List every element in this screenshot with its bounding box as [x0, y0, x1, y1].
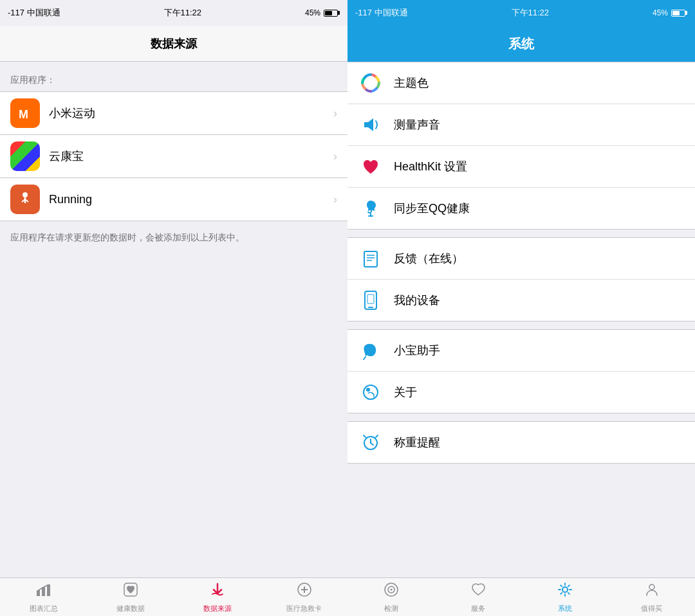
healthkit-label: HealthKit 设置 — [394, 159, 685, 174]
right-battery-icon — [671, 10, 687, 17]
svg-rect-14 — [364, 251, 377, 267]
tab-chart[interactable]: 图表汇总 — [0, 578, 87, 616]
tab-detect[interactable]: 检测 — [348, 578, 434, 616]
xiaomi-chevron: › — [333, 107, 337, 120]
tab-service[interactable]: 服务 — [434, 578, 521, 616]
feedback-icon — [358, 246, 384, 271]
sys-group-2: 反馈（在线） 我的设备 — [348, 237, 695, 322]
running-label: Running — [49, 193, 333, 206]
left-signal: -117 中国联通 — [8, 7, 60, 19]
service-icon — [470, 581, 486, 602]
sys-item-healthkit[interactable]: HealthKit 设置 — [348, 146, 695, 188]
alarm-label: 称重提醒 — [394, 435, 685, 450]
tab-chart-label: 图表汇总 — [30, 604, 58, 613]
list-item-xiaomi[interactable]: M 小米运动 › — [0, 92, 348, 135]
assistant-label: 小宝助手 — [394, 343, 685, 358]
right-panel: -117 中国联通 下午11:22 45% 系统 — [348, 0, 695, 616]
left-battery-pct: 45% — [305, 8, 320, 17]
tab-health[interactable]: 健康数据 — [87, 578, 174, 616]
svg-rect-20 — [367, 294, 374, 303]
healthkit-icon — [358, 154, 384, 179]
about-icon — [358, 379, 384, 405]
sys-item-feedback[interactable]: 反馈（在线） — [348, 238, 695, 280]
tab-system[interactable]: 系统 — [521, 578, 608, 616]
right-battery-pct: 45% — [653, 8, 668, 17]
tab-detect-label: 检测 — [384, 604, 398, 613]
qq-label: 同步至QQ健康 — [394, 201, 685, 216]
svg-point-30 — [562, 587, 568, 592]
system-icon — [557, 581, 573, 602]
sound-icon — [358, 112, 384, 138]
left-section-label: 应用程序： — [0, 62, 348, 91]
alarm-icon — [358, 430, 384, 455]
tab-health-label: 健康数据 — [116, 604, 145, 613]
about-label: 关于 — [394, 385, 685, 400]
svg-text:M: M — [19, 108, 28, 121]
sys-item-device[interactable]: 我的设备 — [348, 280, 695, 321]
left-status-bar: -117 中国联通 下午11:22 45% — [0, 0, 348, 26]
svg-point-31 — [649, 584, 654, 590]
sound-label: 测量声音 — [394, 117, 685, 132]
spacer-3 — [348, 413, 695, 421]
chart-icon — [35, 581, 52, 602]
list-item-yunkang[interactable]: 云康宝 › — [0, 135, 348, 178]
tab-datasource[interactable]: 数据来源 — [174, 578, 261, 616]
tab-jd-label: 值得买 — [641, 604, 662, 613]
sys-item-theme[interactable]: 主题色 — [348, 62, 695, 104]
theme-icon — [358, 70, 384, 96]
sys-item-sound[interactable]: 测量声音 — [348, 104, 695, 146]
right-time: 下午11:22 — [512, 7, 550, 19]
feedback-label: 反馈（在线） — [394, 251, 685, 266]
yunkang-label: 云康宝 — [49, 149, 333, 164]
tab-medical-label: 医疗急救卡 — [286, 604, 322, 613]
left-title: 数据来源 — [151, 36, 197, 51]
xiaomi-icon: M — [10, 98, 40, 128]
right-nav-header: 系统 — [348, 26, 695, 62]
sys-item-assistant[interactable]: 小宝助手 — [348, 330, 695, 372]
right-scroll[interactable]: 主题色 测量声音 HealthKit 设置 — [348, 62, 695, 577]
device-label: 我的设备 — [394, 293, 685, 308]
sys-group-3: 小宝助手 关于 — [348, 329, 695, 413]
spacer-2 — [348, 322, 695, 329]
svg-point-23 — [366, 388, 370, 392]
xiaomi-label: 小米运动 — [49, 105, 333, 121]
sys-item-alarm[interactable]: 称重提醒 — [348, 422, 695, 463]
spacer-1 — [348, 230, 695, 237]
app-list: M 小米运动 › 云康宝 › Running › — [0, 91, 348, 221]
health-icon — [122, 581, 139, 602]
svg-rect-7 — [47, 584, 50, 596]
assistant-icon — [358, 338, 384, 363]
running-icon — [10, 185, 40, 214]
datasource-icon — [209, 581, 226, 602]
right-tab-bar: 检测 服务 系统 — [348, 577, 695, 616]
tab-jd[interactable]: 值得买 — [608, 578, 695, 616]
yunkang-chevron: › — [333, 150, 337, 163]
tab-datasource-label: 数据来源 — [203, 604, 232, 613]
running-chevron: › — [333, 193, 337, 206]
left-panel: -117 中国联通 下午11:22 45% 数据来源 应用程序： M 小米运动 … — [0, 0, 348, 616]
left-time: 下午11:22 — [164, 7, 202, 19]
medical-icon — [296, 581, 313, 602]
jd-icon — [644, 581, 660, 602]
left-note: 应用程序在请求更新您的数据时，会被添加到以上列表中。 — [0, 221, 348, 253]
svg-rect-18 — [365, 291, 376, 309]
right-signal: -117 中国联通 — [355, 7, 408, 19]
svg-line-26 — [371, 443, 373, 445]
left-nav-header: 数据来源 — [0, 26, 348, 62]
list-item-running[interactable]: Running › — [0, 178, 348, 221]
right-status-bar: -117 中国联通 下午11:22 45% — [348, 0, 695, 26]
tab-medical[interactable]: 医疗急救卡 — [261, 578, 348, 616]
sys-item-qq[interactable]: 同步至QQ健康 — [348, 188, 695, 229]
detect-icon — [383, 581, 400, 602]
right-title: 系统 — [508, 35, 534, 53]
yunkang-icon — [10, 141, 40, 171]
svg-point-29 — [390, 588, 392, 590]
tab-service-label: 服务 — [471, 604, 485, 613]
device-icon — [358, 287, 384, 313]
sys-group-4: 称重提醒 — [348, 421, 695, 464]
sys-item-about[interactable]: 关于 — [348, 372, 695, 413]
svg-rect-5 — [37, 590, 40, 596]
qq-icon — [358, 195, 384, 221]
left-battery-icon — [324, 10, 340, 17]
left-tab-bar: 图表汇总 健康数据 数据来源 — [0, 577, 348, 616]
